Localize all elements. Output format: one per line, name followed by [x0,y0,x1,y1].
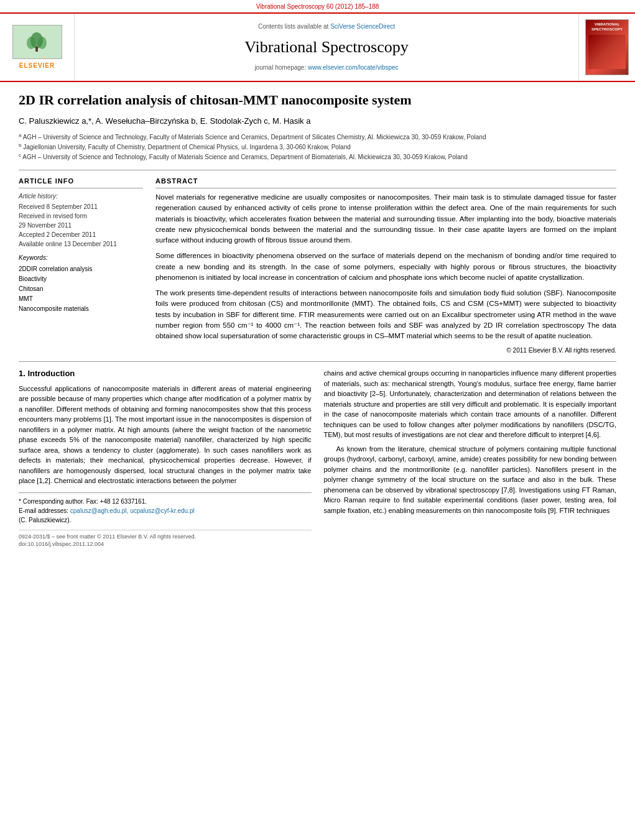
journal-header: ELSEVIER Contents lists available at Sci… [0,14,635,82]
affiliation-b: b Jagiellonian University, Faculty of Ch… [19,142,616,152]
authors-line: C. Paluszkiewicz a,*, A. Wesełucha–Bircz… [19,116,616,127]
email-note: E-mail addresses: cpalusz@agh.edu.pl, uc… [19,506,312,515]
keyword-2: Bioactivity [19,274,143,284]
elsevier-logo-section: ELSEVIER [0,14,75,81]
abstract-para-2: Some differences in bioactivity phenomen… [155,251,616,283]
keywords-label: Keywords: [19,254,143,262]
doi-line: doi:10.1016/j.vibspec.2011.12.004 [19,540,312,548]
cover-label: VIBRATIONAL SPECTROSCOPY [588,22,626,32]
journal-homepage-line: journal homepage: www.elsevier.com/locat… [254,63,398,72]
footnotes: * Corresponding author. Fax: +48 12 6337… [19,492,312,525]
main-content: 2D IR correlation analysis of chitosan-M… [0,82,635,558]
journal-name: Vibrational Spectroscopy [244,36,408,58]
abstract-divider [19,361,616,362]
corresponding-author-note: * Corresponding author. Fax: +48 12 6337… [19,497,312,506]
section-title: 1. Introduction [19,368,312,379]
article-history-label: Article history: [19,192,143,201]
issn-line: 0924-2031/$ – see front matter © 2011 El… [19,533,312,541]
received-revised-date: 29 November 2011 [19,221,143,230]
article-dates: Received 8 September 2011 Received in re… [19,202,143,249]
cover-thumbnail: VIBRATIONAL SPECTROSCOPY [585,19,629,75]
contents-available-line: Contents lists available at SciVerse Sci… [258,22,395,31]
affiliation-c: c AGH – University of Science and Techno… [19,152,616,162]
received-date: Received 8 September 2011 [19,202,143,211]
keyword-1: 2DDIR correlation analysis [19,264,143,274]
keywords-list: 2DDIR correlation analysis Bioactivity C… [19,264,143,314]
abstract-para-3: The work presents time-dependent results… [155,288,616,341]
article-info-box: ARTICLE INFO Article history: Received 8… [19,177,143,314]
journal-cover-image: VIBRATIONAL SPECTROSCOPY [579,14,635,81]
abstract-heading: ABSTRACT [155,177,616,188]
abstract-body: Novel materials for regenerative medicin… [155,192,616,341]
article-title: 2D IR correlation analysis of chitosan-M… [19,91,616,109]
intro-left-para-1: Successful applications of nanocomposite… [19,384,312,486]
copyright-notice: © 2011 Elsevier B.V. All rights reserved… [155,346,616,355]
email-link[interactable]: cpalusz@agh.edu.pl, ucpalusz@cyf-kr.edu.… [70,507,195,514]
intro-right-text: chains and active chemical groups occurr… [324,368,617,515]
header-divider [19,170,616,170]
intro-right-para-1: chains and active chemical groups occurr… [324,368,617,440]
abstract-column: ABSTRACT Novel materials for regenerativ… [155,177,616,356]
svg-point-2 [27,37,35,49]
received-revised-label: Received in revised form [19,211,143,221]
abstract-para-1: Novel materials for regenerative medicin… [155,192,616,246]
intro-left-column: 1. Introduction Successful applications … [19,368,312,548]
accepted-date: Accepted 2 December 2011 [19,230,143,239]
keyword-5: Nanocomposite materials [19,304,143,314]
available-online: Available online 13 December 2011 [19,239,143,249]
introduction-section: 1. Introduction Successful applications … [19,368,616,548]
svg-rect-4 [35,47,38,52]
svg-point-3 [38,37,47,49]
sciverse-link[interactable]: SciVerse ScienceDirect [330,23,395,30]
elsevier-text: ELSEVIER [19,62,55,70]
journal-title-section: Contents lists available at SciVerse Sci… [75,14,579,81]
journal-homepage-link[interactable]: www.elsevier.com/locate/vibspec [308,64,399,71]
keyword-3: Chitosan [19,284,143,294]
affiliations-section: a AGH – University of Science and Techno… [19,132,616,162]
elsevier-tree-logo [12,25,62,59]
affiliation-a: a AGH – University of Science and Techno… [19,132,616,142]
journal-citation: Vibrational Spectroscopy 60 (2012) 185–1… [0,0,635,14]
intro-right-para-2: As known from the literature, chemical s… [324,444,617,516]
intro-left-text: Successful applications of nanocomposite… [19,384,312,486]
intro-right-column: chains and active chemical groups occurr… [324,368,617,548]
body-content: 1. Introduction Successful applications … [19,368,616,548]
page-footer: 0924-2031/$ – see front matter © 2011 El… [19,530,312,548]
article-info-heading: ARTICLE INFO [19,177,143,188]
author-name-note: (C. Paluszkiewicz). [19,515,312,525]
keyword-4: MMT [19,294,143,304]
article-meta-section: ARTICLE INFO Article history: Received 8… [19,177,616,356]
article-info-column: ARTICLE INFO Article history: Received 8… [19,177,143,356]
